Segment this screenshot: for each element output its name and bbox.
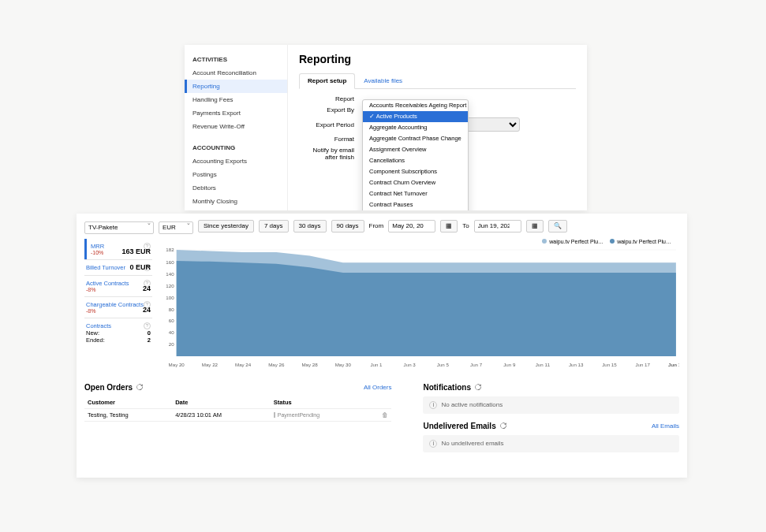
tabs: Report setup Available files (299, 73, 576, 89)
svg-text:Jun 11: Jun 11 (536, 362, 551, 367)
report-option[interactable]: Cancellations (363, 155, 468, 166)
chart-svg: 20406080100120140160182May 20May 22May 2… (159, 247, 679, 369)
label-format: Format (299, 136, 362, 143)
kpi-contracts[interactable]: ? Contracts New:0 Ended:2 (84, 318, 152, 348)
svg-text:Jun 15: Jun 15 (602, 362, 617, 367)
label-report: Report (299, 95, 362, 102)
svg-text:60: 60 (169, 318, 174, 323)
svg-text:Jun 17: Jun 17 (635, 362, 650, 367)
nav-revenue-writeoff[interactable]: Revenue Write-Off (185, 120, 287, 133)
to-label: To (462, 222, 469, 229)
report-option[interactable]: Accounts Receivables Ageing Report (363, 100, 468, 111)
svg-text:May 20: May 20 (169, 362, 185, 367)
kpi-active-contracts[interactable]: ? Active Contracts -8% 24 (84, 275, 152, 296)
nav-payments-export[interactable]: Payments Export (185, 106, 287, 120)
report-option[interactable]: Aggregate Contract Phase Change (363, 133, 468, 144)
refresh-icon[interactable] (474, 383, 482, 391)
report-option[interactable]: Contract Phase Change (363, 210, 468, 211)
filter-select[interactable]: TV-Pakete (84, 221, 154, 234)
90days-button[interactable]: 90 days (331, 220, 364, 233)
refresh-icon[interactable] (136, 383, 144, 391)
mrr-chart: waipu.tv Perfect Plu… waipu.tv Perfect P… (159, 239, 679, 369)
delete-icon[interactable]: 🗑 (382, 411, 388, 419)
svg-text:May 28: May 28 (301, 362, 318, 367)
activities-heading: ACTIVITIES (185, 53, 287, 66)
30days-button[interactable]: 30 days (293, 220, 327, 233)
svg-text:Jun 7: Jun 7 (470, 362, 483, 367)
page-title: Reporting (299, 53, 576, 65)
report-dropdown[interactable]: Accounts Receivables Ageing Report ✓ Act… (362, 99, 469, 211)
open-orders-table: Customer Date Status Testing, Testing 4/… (84, 396, 391, 422)
from-label: From (369, 222, 384, 229)
to-calendar-button[interactable]: ▦ (526, 220, 544, 233)
report-option[interactable]: Contract Net Turnover (363, 188, 468, 199)
open-orders-section: Open Orders All Orders Customer Date Sta… (84, 383, 391, 460)
svg-text:160: 160 (166, 259, 174, 265)
info-icon: i (429, 401, 437, 409)
to-date-input[interactable] (474, 220, 521, 233)
all-orders-link[interactable]: All Orders (364, 384, 392, 391)
kpi-billed-turnover[interactable]: ? Billed Turnover 0 EUR (84, 259, 152, 275)
svg-text:May 26: May 26 (268, 362, 285, 367)
kpi-mrr[interactable]: ? MRR -10% 163 EUR (84, 239, 152, 259)
search-icon: 🔍 (554, 222, 562, 229)
calendar-icon: ▦ (446, 222, 452, 229)
info-icon: i (429, 440, 437, 448)
activities-sidebar: ACTIVITIES Account Reconciliation Report… (185, 45, 288, 210)
svg-text:Jun 9: Jun 9 (503, 362, 516, 367)
info-icon[interactable]: ? (144, 322, 151, 329)
nav-postings[interactable]: Postings (185, 168, 287, 181)
notifications-title: Notifications (423, 383, 471, 392)
report-option[interactable]: Component Subscriptions (363, 166, 468, 177)
search-button[interactable]: 🔍 (548, 220, 567, 233)
since-yesterday-button[interactable]: Since yesterday (198, 220, 254, 233)
emails-empty: i No undelivered emails (423, 435, 679, 452)
kpi-chargeable-contracts[interactable]: ? Chargeable Contracts -8% 24 (84, 296, 152, 318)
report-option[interactable]: Contract Pauses (363, 199, 468, 210)
svg-text:Jun 5: Jun 5 (437, 362, 450, 367)
from-calendar-button[interactable]: ▦ (440, 220, 458, 233)
refresh-icon[interactable] (499, 422, 507, 430)
accounting-heading: ACCOUNTING (185, 141, 287, 154)
svg-text:May 22: May 22 (202, 362, 219, 367)
table-row[interactable]: Testing, Testing 4/28/23 10:01 AM Paymen… (84, 408, 391, 421)
svg-text:20: 20 (169, 341, 174, 347)
nav-monthly-closing[interactable]: Monthly Closing (185, 195, 287, 208)
label-export-by: Export By (299, 106, 362, 113)
tab-available-files[interactable]: Available files (355, 73, 411, 88)
reporting-panel: ACTIVITIES Account Reconciliation Report… (185, 45, 587, 210)
svg-text:May 24: May 24 (235, 362, 252, 367)
svg-text:Jun 19: Jun 19 (668, 362, 679, 367)
7days-button[interactable]: 7 days (259, 220, 289, 233)
report-option-selected[interactable]: ✓ Active Products (363, 111, 468, 122)
dashboard-panel: TV-Pakete EUR Since yesterday 7 days 30 … (77, 214, 687, 478)
svg-text:120: 120 (166, 283, 174, 288)
svg-text:Jun 1: Jun 1 (370, 362, 383, 367)
chart-legend: waipu.tv Perfect Plu… waipu.tv Perfect P… (542, 239, 671, 244)
report-option[interactable]: Aggregate Accounting (363, 122, 468, 133)
svg-text:140: 140 (166, 271, 174, 277)
tab-report-setup[interactable]: Report setup (299, 73, 355, 89)
report-option[interactable]: Contract Churn Overview (363, 177, 468, 188)
report-option[interactable]: Assignment Overview (363, 144, 468, 155)
svg-text:May 30: May 30 (335, 362, 352, 367)
svg-text:Jun 3: Jun 3 (404, 362, 417, 367)
svg-text:40: 40 (169, 329, 174, 335)
report-main: Reporting Report setup Available files R… (288, 45, 587, 210)
currency-select[interactable]: EUR (159, 221, 193, 234)
nav-accounting-exports[interactable]: Accounting Exports (185, 154, 287, 168)
svg-text:100: 100 (166, 294, 174, 299)
nav-account-reconciliation[interactable]: Account Reconciliation (185, 66, 287, 80)
all-emails-link[interactable]: All Emails (652, 422, 679, 430)
nav-handling-fees[interactable]: Handling Fees (185, 93, 287, 106)
legend-dot-icon (542, 239, 547, 244)
svg-text:Jun 13: Jun 13 (569, 362, 584, 367)
from-date-input[interactable] (388, 220, 435, 233)
nav-reporting[interactable]: Reporting (185, 80, 287, 93)
label-notify: Notify by email after finish (299, 147, 362, 161)
col-status: Status (271, 396, 368, 409)
label-export-period: Export Period (299, 121, 362, 128)
nav-debitors[interactable]: Debitors (185, 181, 287, 195)
toolbar: TV-Pakete EUR Since yesterday 7 days 30 … (77, 214, 687, 239)
col-customer: Customer (84, 396, 172, 409)
